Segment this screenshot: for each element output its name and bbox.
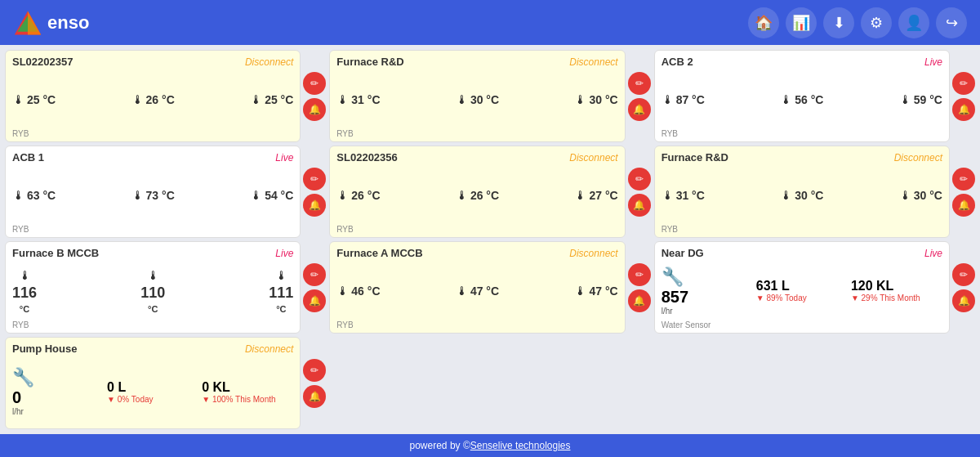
card-status-SL02202356: Disconnect — [569, 152, 617, 164]
bell-button-NearDG[interactable]: 🔔 — [952, 289, 975, 312]
card-wrapper-FurnaceAMCCB: Furnace A MCCBDisconnect🌡46 °C🌡47 °C🌡47 … — [329, 241, 650, 334]
therm-icon: 🌡 — [336, 284, 349, 298]
card-wrapper-SL02202356: SL02202356Disconnect🌡26 °C🌡26 °C🌡27 °CRY… — [329, 146, 650, 238]
card-FurnaceAMCCB: Furnace A MCCBDisconnect🌡46 °C🌡47 °C🌡47 … — [329, 241, 625, 334]
card-status-NearDG: Live — [924, 248, 942, 259]
sensor-item-FurnaceRD1-2: 🌡30 °C — [574, 92, 617, 106]
sensor-item-ACB1-0: 🌡63 °C — [12, 188, 56, 202]
edit-button-ACB1[interactable]: ✏ — [303, 168, 326, 190]
card-header-FurnaceAMCCB: Furnace A MCCBDisconnect — [336, 247, 617, 259]
user-button[interactable]: 👤 — [898, 7, 929, 38]
card-actions-SL02202357: ✏🔔 — [303, 50, 326, 142]
water-main-value: 0 — [12, 388, 21, 407]
bell-button-FurnaceBMCCB[interactable]: 🔔 — [303, 289, 326, 312]
water-ter-value: 0 KL — [202, 380, 230, 395]
bell-button-ACB1[interactable]: 🔔 — [303, 194, 326, 217]
sensor-value-big: 116 — [12, 285, 37, 302]
edit-button-NearDG[interactable]: ✏ — [952, 263, 975, 286]
sensor-value: 31 °C — [676, 189, 705, 202]
therm-icon: 🌡 — [780, 92, 792, 106]
footer-text: powered by © — [410, 440, 470, 451]
sensor-value: 63 °C — [27, 189, 56, 202]
header-icons: 🏠 📊 ⬇ ⚙ 👤 ↪ — [748, 7, 967, 38]
bell-button-FurnaceRD2[interactable]: 🔔 — [952, 194, 975, 217]
card-wrapper-SL02202357: SL02202357Disconnect🌡25 °C🌡26 °C🌡25 °CRY… — [5, 50, 326, 142]
therm-icon: 🌡 — [131, 188, 144, 202]
water-sec-sub: ▼ 89% Today — [756, 293, 807, 302]
card-status-PumpHouse: Disconnect — [245, 343, 293, 355]
sensor-item-SL02202357-0: 🌡25 °C — [12, 92, 56, 106]
sensor-value: 46 °C — [351, 285, 380, 298]
water-tertiary-PumpHouse: 0 KL▼ 100% This Month — [202, 380, 293, 404]
therm-icon: 🌡 — [574, 284, 586, 298]
sensor-item-FurnaceBMCCB-1: 🌡110°C — [140, 268, 165, 314]
sensor-item-ACB2-2: 🌡59 °C — [899, 92, 942, 106]
edit-button-SL02202356[interactable]: ✏ — [628, 168, 651, 190]
card-status-FurnaceRD2: Disconnect — [894, 152, 942, 164]
edit-button-FurnaceAMCCB[interactable]: ✏ — [628, 263, 651, 286]
water-main-PumpHouse: 🔧0l/hr — [12, 367, 104, 416]
sensor-value: 30 °C — [914, 189, 942, 202]
card-title-ACB1: ACB 1 — [12, 151, 44, 164]
sensor-item-FurnaceRD2-2: 🌡30 °C — [899, 188, 942, 202]
sensor-value: 26 °C — [146, 93, 175, 106]
card-header-SL02202356: SL02202356Disconnect — [336, 151, 617, 164]
edit-button-FurnaceRD2[interactable]: ✏ — [952, 168, 975, 190]
home-button[interactable]: 🏠 — [748, 7, 779, 38]
settings-button[interactable]: ⚙ — [861, 7, 892, 38]
therm-icon: 🌡 — [275, 268, 287, 282]
edit-button-FurnaceBMCCB[interactable]: ✏ — [303, 263, 326, 286]
card-wrapper-ACB1: ACB 1Live🌡63 °C🌡73 °C🌡54 °CRYB✏🔔 — [5, 146, 326, 238]
bell-button-SL02202357[interactable]: 🔔 — [303, 98, 326, 121]
main-content: SL02202357Disconnect🌡25 °C🌡26 °C🌡25 °CRY… — [0, 45, 980, 434]
bell-button-FurnaceRD1[interactable]: 🔔 — [628, 98, 651, 121]
download-button[interactable]: ⬇ — [823, 7, 854, 38]
therm-icon: 🌡 — [250, 188, 262, 202]
card-title-SL02202356: SL02202356 — [336, 151, 397, 164]
bell-button-PumpHouse[interactable]: 🔔 — [303, 385, 326, 408]
water-ter-value: 120 KL — [851, 279, 893, 293]
logout-button[interactable]: ↪ — [936, 7, 967, 38]
card-footer-ACB2: RYB — [662, 129, 942, 138]
card-status-FurnaceAMCCB: Disconnect — [569, 248, 617, 259]
therm-icon: 🌡 — [456, 188, 468, 202]
footer-link[interactable]: Senselive technologies — [470, 440, 571, 451]
sensor-value: 30 °C — [589, 93, 617, 106]
card-actions-PumpHouse: ✏🔔 — [303, 337, 326, 429]
therm-icon: 🌡 — [12, 188, 24, 202]
card-title-SL02202357: SL02202357 — [12, 56, 73, 68]
card-status-ACB1: Live — [275, 152, 293, 164]
bell-button-FurnaceAMCCB[interactable]: 🔔 — [628, 289, 651, 312]
sensor-item-SL02202357-1: 🌡26 °C — [131, 92, 175, 106]
sensor-value: 25 °C — [265, 93, 293, 106]
card-wrapper-FurnaceBMCCB: Furnace B MCCBLive🌡116°C🌡110°C🌡111°CRYB✏… — [5, 241, 326, 334]
sensor-item-ACB1-1: 🌡73 °C — [131, 188, 175, 202]
sensor-item-SL02202357-2: 🌡25 °C — [250, 92, 293, 106]
sensor-item-FurnaceBMCCB-2: 🌡111°C — [269, 268, 293, 314]
sensors-FurnaceBMCCB: 🌡116°C🌡110°C🌡111°C — [12, 262, 293, 319]
bell-button-SL02202356[interactable]: 🔔 — [628, 194, 651, 217]
edit-button-FurnaceRD1[interactable]: ✏ — [628, 72, 651, 95]
chart-button[interactable]: 📊 — [786, 7, 817, 38]
water-main-value: 857 — [662, 288, 688, 307]
card-wrapper-ACB2: ACB 2Live🌡87 °C🌡56 °C🌡59 °CRYB✏🔔 — [654, 50, 975, 142]
card-actions-SL02202356: ✏🔔 — [628, 146, 651, 238]
sensor-value: 47 °C — [470, 285, 499, 298]
edit-button-PumpHouse[interactable]: ✏ — [303, 359, 326, 382]
card-FurnaceBMCCB: Furnace B MCCBLive🌡116°C🌡110°C🌡111°CRYB — [5, 241, 301, 334]
edit-button-SL02202357[interactable]: ✏ — [303, 72, 326, 95]
card-status-ACB2: Live — [924, 56, 942, 68]
card-ACB2: ACB 2Live🌡87 °C🌡56 °C🌡59 °CRYB — [654, 50, 950, 142]
sensors-SL02202356: 🌡26 °C🌡26 °C🌡27 °C — [336, 167, 617, 223]
sensor-value: 26 °C — [351, 189, 380, 202]
sensor-item-FurnaceRD1-1: 🌡30 °C — [456, 92, 499, 106]
edit-button-ACB2[interactable]: ✏ — [952, 72, 975, 95]
sensor-value: 59 °C — [914, 93, 942, 106]
water-secondary-NearDG: 631 L▼ 89% Today — [756, 279, 848, 302]
footer: powered by © Senselive technologies — [0, 434, 980, 457]
therm-icon: 🌡 — [336, 188, 349, 202]
sensor-item-ACB2-1: 🌡56 °C — [780, 92, 823, 106]
bell-button-ACB2[interactable]: 🔔 — [952, 98, 975, 121]
card-status-SL02202357: Disconnect — [245, 56, 293, 68]
sensor-item-FurnaceRD2-0: 🌡31 °C — [662, 188, 705, 202]
